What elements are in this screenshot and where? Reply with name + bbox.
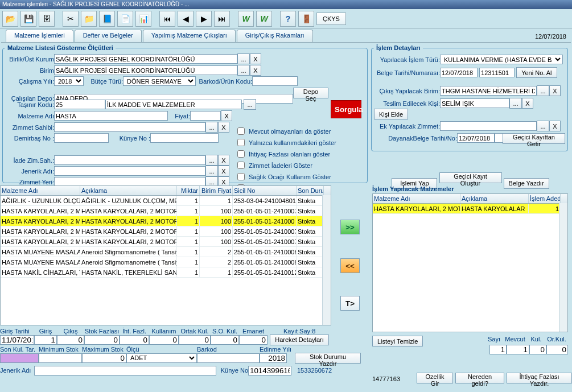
table-row[interactable]: HASTA KARYOLALARI, 2 MOHASTA KARYOLALARI… (1, 216, 331, 226)
iade-zim-lookup-button[interactable]: ... (205, 155, 218, 166)
page-date: 12/07/2018 (535, 33, 566, 40)
tool-last-icon[interactable]: ⏭ (214, 11, 230, 27)
ek-zimmet-lookup-button[interactable]: ... (537, 121, 549, 131)
teslim-kisi-lookup-button[interactable]: ... (509, 98, 522, 109)
cikis-birim-lookup-button[interactable]: ... (537, 85, 549, 96)
zimmet-sahibi-lookup-button[interactable]: ... (205, 122, 218, 133)
tool-w2-icon[interactable]: W (256, 11, 272, 27)
birim-clear-button[interactable]: X (250, 65, 261, 76)
tool-exit-icon[interactable]: 🚪 (298, 11, 314, 27)
birlik-lookup-button[interactable]: ... (237, 53, 250, 64)
birim-input[interactable] (54, 65, 237, 75)
depo-sec-button[interactable]: Depo Seç (293, 88, 328, 98)
transfer-all-button[interactable]: T> (340, 296, 360, 311)
tab-defter-belgeler[interactable]: Defter ve Belgeler (75, 30, 142, 42)
tool-cut-icon[interactable]: ✂ (63, 11, 79, 27)
birlik-input[interactable] (54, 54, 237, 64)
table-row[interactable]: HASTA KARYOLALARI, 2 MOHASTA KARYOLALARI… (1, 206, 331, 216)
tab-yapilmis-cikislar[interactable]: Yapılmış Malzeme Çıkışları (143, 30, 236, 42)
gridL-col-malzeme-adi[interactable]: Malzeme Adı (1, 186, 80, 195)
tool-help-icon[interactable]: ? (280, 11, 296, 27)
gridL-col-miktar[interactable]: Miktar (177, 186, 200, 195)
chk-zimmet-iadeleri[interactable] (237, 162, 245, 169)
cikis-birim-clear-button[interactable]: X (549, 85, 561, 96)
tool-chart-icon[interactable]: 📊 (135, 11, 151, 27)
transfer-add-button[interactable]: >> (340, 220, 360, 234)
table-row[interactable]: HASTA KARYOLALARI, 2 MOHASTA KARYOLALARI… (1, 226, 331, 237)
gridR-col-aciklama[interactable]: Açıklama (460, 194, 529, 203)
kunye-no-input[interactable] (150, 133, 219, 143)
butce-select[interactable]: DÖNER SERMAYE (123, 76, 196, 86)
zimmet-sahibi-clear-button[interactable]: X (218, 122, 229, 133)
tasinir-lookup-button[interactable]: ... (244, 99, 256, 110)
chk-mevcut-olmayan[interactable] (237, 127, 245, 135)
tool-next-icon[interactable]: ▶ (196, 11, 212, 27)
tool-form-icon[interactable]: 📄 (117, 11, 133, 27)
tool-save-icon[interactable]: 💾 (20, 11, 36, 27)
malzeme-adi-input[interactable] (54, 111, 168, 121)
tool-disk-group-icon[interactable]: 🗄 (39, 11, 55, 27)
max-stok-label: Maximum Stok (82, 346, 126, 353)
ek-zimmet-clear-button[interactable]: X (549, 121, 561, 131)
kisi-ekle-button[interactable]: Kişi Ekle (374, 109, 408, 119)
tab-giris-cikis-rakamlari[interactable]: Giriş/Çıkış Rakamları (237, 30, 313, 42)
dayanak-tarih-input[interactable] (457, 133, 495, 143)
gridR-col-islem-adedi[interactable]: İşlem Adedi (529, 194, 561, 203)
demirbas-no-input[interactable] (54, 133, 109, 143)
islem-turu-select[interactable]: KULLANIMA VERME (HASTA EVDE BAKIM) (440, 55, 563, 64)
gridL-col-sicil-no[interactable]: Sicil No (233, 186, 297, 195)
table-row[interactable]: HASTA MUAYENE MASALARAneroid Sfigmomanom… (1, 247, 331, 257)
ek-zimmet-input[interactable] (440, 121, 537, 131)
ckys-button[interactable]: ÇKYS (316, 13, 346, 25)
gridR-col-malzeme-adi[interactable]: Malzeme Adı (373, 194, 460, 203)
belge-no-input[interactable] (479, 68, 515, 77)
fiyat-input[interactable] (190, 111, 221, 121)
table-row[interactable]: HASTA MUAYENE MASALARAneroid Sfigmomanom… (1, 257, 331, 267)
tool-prev-icon[interactable]: ◀ (178, 11, 194, 27)
tasinir-desc-input[interactable] (105, 100, 242, 109)
iade-zim-input[interactable] (54, 155, 205, 165)
gecici-kayittan-getir-button[interactable]: Geçici Kayıttan Getir (503, 133, 565, 144)
sorgula-button[interactable]: Sorgula (331, 100, 361, 118)
tool-first-icon[interactable]: ⏮ (159, 11, 175, 27)
olcu-select[interactable]: ADET (126, 353, 197, 363)
tasinir-kodu-input[interactable] (54, 100, 105, 109)
yeni-no-al-button[interactable]: Yeni No. Al (516, 67, 557, 78)
zimmet-sahibi-input[interactable] (54, 122, 205, 132)
chk-kullanimdaki[interactable] (237, 139, 245, 146)
gridL-col-birim-fiyat[interactable]: Birim Fiyat (200, 186, 233, 195)
belge-tarihi-input[interactable] (440, 68, 478, 77)
teslim-kisi-clear-button[interactable]: X (522, 98, 533, 109)
transfer-remove-button[interactable]: << (340, 258, 360, 273)
cikis-birim-input[interactable] (440, 86, 537, 96)
gridR-scrollbar[interactable] (559, 203, 567, 332)
birlik-clear-button[interactable]: X (250, 53, 261, 64)
teslim-kisi-input[interactable] (440, 98, 509, 108)
gridL-scrollbar[interactable] (322, 195, 331, 325)
belge-yazdir-button[interactable]: Belge Yazdır (504, 178, 549, 189)
gecici-kayit-olustur-button[interactable]: Geçici Kayıt Oluştur (439, 172, 502, 183)
yil-select[interactable]: 2018 (54, 76, 84, 86)
tool-book-icon[interactable]: 📘 (99, 11, 115, 27)
tab-malzeme-islemleri[interactable]: Malzeme İşlemleri (6, 30, 73, 42)
ozellik-gir-button[interactable]: Özellik Gir (417, 373, 453, 383)
tool-w1-icon[interactable]: W (238, 11, 254, 27)
stok-durumu-yazdir-button[interactable]: Stok Durumu Yazdır (295, 353, 361, 364)
ihtiyac-fazlasi-yazdir-button[interactable]: İhtiyaç Fazlası Yazdır. (507, 373, 572, 383)
fiyat-clear-button[interactable]: X (221, 110, 232, 121)
table-row[interactable]: HASTA NAKİL CİHAZLARI, TEHASTA NAKİL, TE… (1, 267, 331, 278)
listeyi-temizle-button[interactable]: Listeyi Temizle (372, 336, 423, 346)
iade-zim-clear-button[interactable]: X (218, 155, 229, 166)
table-row[interactable]: AĞIRLIK - UZUNLUK ÖLÇÜM CAĞIRLIK - UZUNL… (1, 196, 331, 206)
barkod-input[interactable] (252, 76, 298, 86)
tool-open-icon[interactable]: 📂 (2, 11, 18, 27)
hareket-detaylari-button[interactable]: Hareket Detayları (270, 335, 329, 345)
gridL-col-son-durum[interactable]: Son Durum (297, 186, 324, 195)
table-row[interactable]: HASTA KARYOLALARI, 2 MOTORLUHASTA KARYOL… (373, 204, 567, 214)
gridL-col-aciklama[interactable]: Açıklama (80, 186, 177, 195)
nereden-geldi-button[interactable]: Nereden geldi? (455, 373, 504, 383)
chk-ihtiyac-fazlasi[interactable] (237, 150, 245, 158)
table-row[interactable]: HASTA KARYOLALARI, 2 MOHASTA KARYOLALARI… (1, 237, 331, 247)
tool-folder-icon[interactable]: 📁 (81, 11, 97, 27)
birim-lookup-button[interactable]: ... (237, 65, 250, 76)
